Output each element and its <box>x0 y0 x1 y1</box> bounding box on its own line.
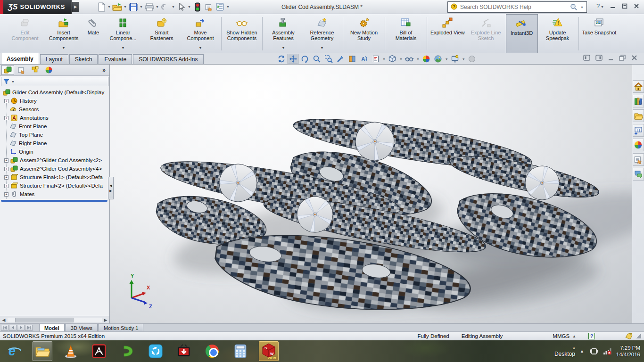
taskbar-calculator-icon[interactable] <box>231 341 250 361</box>
hide-show-items-icon[interactable] <box>404 54 415 64</box>
tree-item-annotations[interactable]: + Annotations <box>0 114 109 122</box>
menu-expand-arrow[interactable]: ▶ <box>72 2 79 12</box>
solidworks-forum-icon[interactable] <box>633 168 644 181</box>
tab-sketch[interactable]: Sketch <box>69 54 98 64</box>
doc-minimize-icon[interactable] <box>608 55 614 61</box>
collapse-pane-right-icon[interactable] <box>595 55 603 61</box>
chevron-down-icon[interactable]: ▼ <box>139 5 143 8</box>
chevron-down-icon[interactable]: ▼ <box>107 5 111 8</box>
tree-item-structure-final-2[interactable]: + Structure Final<2> (Default<<Defa <box>0 181 109 190</box>
ribbon-button-take-snapshot[interactable]: Take Snapshot <box>581 15 618 52</box>
select-button[interactable] <box>176 1 187 12</box>
help-button[interactable]: ? ▼ <box>596 2 604 9</box>
search-input[interactable] <box>460 4 568 10</box>
previous-tab-icon[interactable] <box>9 325 17 331</box>
previous-view-icon[interactable] <box>276 54 287 64</box>
pane-splitter-handle[interactable]: ◀▶ <box>108 177 114 199</box>
ribbon-button-explode-line-sketch[interactable]: Explode Line Sketch <box>467 15 505 52</box>
expand-toggle-icon[interactable]: + <box>4 99 8 103</box>
chevron-down-icon[interactable]: ▼ <box>11 80 15 83</box>
restore-button[interactable] <box>622 3 627 9</box>
ribbon-button-smart-fasteners[interactable]: Smart Fasteners <box>143 15 181 52</box>
taskbar-vlc-icon[interactable] <box>61 341 81 361</box>
appearances-tab[interactable] <box>42 65 55 75</box>
chevron-down-icon[interactable]: ▼ <box>416 58 420 61</box>
minimize-button[interactable] <box>610 3 616 9</box>
taskbar-chrome-icon[interactable] <box>202 341 222 361</box>
ribbon-button-update-speedpak[interactable]: ! Update Speedpak <box>539 15 577 52</box>
view-palette-icon[interactable] <box>633 124 644 137</box>
chevron-down-icon[interactable]: ▼ <box>399 58 403 61</box>
tag-icon[interactable] <box>625 333 633 339</box>
tree-item-origin[interactable]: Origin <box>0 148 109 156</box>
annotation-views-icon[interactable]: A <box>358 54 369 64</box>
chevron-down-icon[interactable]: ▼ <box>282 45 285 51</box>
tree-filter-bar[interactable]: ▼ <box>1 77 108 86</box>
apply-scene-icon[interactable] <box>433 54 444 64</box>
scroll-left-icon[interactable]: ◀ <box>1 318 7 322</box>
new-document-button[interactable] <box>96 1 107 12</box>
ribbon-button-new-motion-study[interactable]: New Motion Study <box>345 15 383 52</box>
zoom-to-fit-icon[interactable] <box>311 54 322 64</box>
ribbon-button-exploded-view[interactable]: Exploded View <box>429 15 466 52</box>
desktop-toolbar[interactable]: » Desktop <box>554 346 575 357</box>
tree-item-front-plane[interactable]: Front Plane <box>0 122 109 131</box>
ribbon-button-show-hidden-components[interactable]: Show Hidden Components <box>223 15 260 52</box>
ribbon-button-edit-component[interactable]: Edit Component <box>6 15 44 52</box>
zoom-to-area-icon[interactable] <box>323 54 334 64</box>
print-button[interactable] <box>144 1 155 12</box>
tree-item-structure-final-1[interactable]: + Structure Final<1> (Default<<Defa <box>0 173 109 181</box>
doc-restore-icon[interactable] <box>619 55 626 61</box>
chevron-down-icon[interactable]: ▼ <box>122 45 125 51</box>
doc-close-icon[interactable] <box>631 55 637 61</box>
file-properties-button[interactable] <box>203 1 214 12</box>
edit-appearance-icon[interactable] <box>421 54 432 64</box>
taskbar-video-downloader-icon[interactable] <box>174 341 194 361</box>
clock[interactable]: 7:29 PM 14/4/2016 <box>616 345 640 358</box>
pane-overflow-chevrons[interactable]: » <box>102 67 108 74</box>
first-tab-icon[interactable] <box>1 325 8 331</box>
graphics-area[interactable]: Y X Z <box>110 65 632 323</box>
taskbar-dap-icon[interactable] <box>117 341 137 361</box>
custom-properties-icon[interactable] <box>633 153 644 166</box>
chevron-down-icon[interactable]: ▼ <box>187 5 191 8</box>
tab-motion-study-1[interactable]: Motion Study 1 <box>99 324 143 331</box>
scrollbar-thumb[interactable] <box>15 318 74 322</box>
expand-toggle-icon[interactable]: + <box>4 184 8 188</box>
expand-toggle-icon[interactable]: + <box>4 175 8 180</box>
taskbar-acrobat-icon[interactable] <box>89 341 109 361</box>
rollback-bar[interactable] <box>1 200 107 202</box>
taskbar-shareit-icon[interactable] <box>146 341 165 361</box>
tree-item-sensors[interactable]: Sensors <box>0 105 109 114</box>
chevron-down-icon[interactable]: ▼ <box>123 5 127 8</box>
resize-grip[interactable] <box>636 334 641 338</box>
featuremanager-tree-tab[interactable] <box>1 65 14 75</box>
tree-root-assembly[interactable]: Glider Cod Assembly (Default<Display <box>0 88 109 97</box>
chevron-down-icon[interactable]: ▼ <box>382 58 386 61</box>
ribbon-button-reference-geometry[interactable]: Reference Geometry ▼ <box>303 15 341 52</box>
ribbon-button-linear-component-pattern[interactable]: Linear Compone... ▼ <box>104 15 142 52</box>
file-explorer-icon[interactable] <box>633 109 644 122</box>
chevron-down-icon[interactable]: ▼ <box>199 45 202 51</box>
ribbon-button-mate[interactable]: Mate <box>83 15 103 52</box>
chevron-down-icon[interactable]: ▼ <box>600 5 604 8</box>
search-icon[interactable] <box>570 3 578 11</box>
tree-item-subassembly-2[interactable]: + Assem2^Glider Cod Assembly<2> <box>0 156 109 165</box>
tab-solidworks-add-ins[interactable]: SOLIDWORKS Add-Ins <box>133 54 203 64</box>
ribbon-button-bill-of-materials[interactable]: Bill of Materials <box>387 15 425 52</box>
propertymanager-tab[interactable] <box>15 65 28 75</box>
rebuild-traffic-light-button[interactable] <box>192 1 203 12</box>
ribbon-button-insert-components[interactable]: Insert Components ▼ <box>45 15 83 52</box>
ribbon-button-assembly-features[interactable]: Assembly Features ▼ <box>264 15 302 52</box>
open-document-button[interactable] <box>112 1 123 12</box>
display-style-icon[interactable] <box>387 54 398 64</box>
zoom-selection-icon[interactable] <box>335 54 346 64</box>
roll-view-icon[interactable] <box>299 54 310 64</box>
expand-toggle-icon[interactable]: + <box>4 158 8 163</box>
tab-model[interactable]: Model <box>39 324 65 331</box>
ribbon-button-instant3d[interactable]: Instant3D <box>506 14 538 53</box>
options-button[interactable] <box>215 1 225 12</box>
compare-icon[interactable] <box>467 54 478 64</box>
save-button[interactable] <box>128 1 139 12</box>
chevron-down-icon[interactable]: ▼ <box>171 5 175 8</box>
